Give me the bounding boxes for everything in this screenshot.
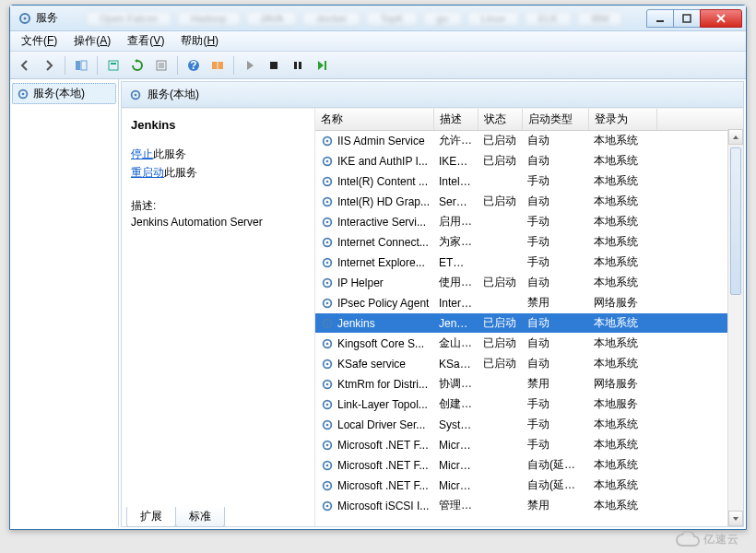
service-row[interactable]: Microsoft .NET F...Micr…自动(延迟…本地系统 — [315, 476, 743, 496]
svg-point-28 — [326, 200, 329, 203]
service-row[interactable]: Microsoft iSCSI I...管理…禁用本地系统 — [315, 496, 743, 516]
show-hide-tree-button[interactable] — [70, 54, 92, 76]
description-text: Jenkins Automation Server — [131, 216, 305, 229]
vertical-scrollbar[interactable] — [727, 129, 743, 526]
service-name-cell: Microsoft .NET F... — [321, 439, 428, 452]
maximize-button[interactable] — [673, 9, 701, 28]
menu-v[interactable]: 查看(V) — [120, 31, 171, 51]
svg-point-58 — [326, 504, 329, 507]
menu-f[interactable]: 文件(F) — [14, 31, 65, 51]
properties-button[interactable] — [102, 54, 124, 76]
service-row[interactable]: Intel(R) HD Grap...Servi…已启动自动本地系统 — [315, 192, 743, 212]
service-row[interactable]: KSafe serviceKSaf…已启动自动本地系统 — [315, 354, 743, 374]
service-row[interactable]: IKE and AuthIP I...IKEE…已启动自动本地系统 — [315, 151, 743, 171]
service-name-cell: IPsec Policy Agent — [321, 297, 428, 310]
column-header[interactable]: 名称 — [315, 109, 433, 131]
svg-point-52 — [326, 443, 329, 446]
service-name-cell: IP Helper — [321, 276, 428, 289]
titlebar[interactable]: 服务 Open FalconHadoopJAVAdockerTopKgoLinu… — [10, 6, 746, 31]
svg-point-42 — [326, 342, 329, 345]
toolbar: ? — [10, 52, 746, 79]
svg-rect-7 — [111, 63, 116, 65]
services-list[interactable]: 名称描述状态启动类型登录为 IIS Admin Service允许…已启动自动本… — [315, 109, 743, 526]
pane-header: 服务(本地) — [122, 82, 743, 108]
stop-service-button[interactable] — [263, 54, 285, 76]
svg-point-48 — [326, 403, 329, 406]
refresh-button[interactable] — [126, 54, 148, 76]
service-name-cell: Internet Connect... — [321, 236, 428, 249]
scroll-up-button[interactable] — [728, 129, 743, 145]
service-row[interactable]: Microsoft .NET F...Micr…自动(延迟…本地系统 — [315, 455, 743, 476]
menu-h[interactable]: 帮助(H) — [173, 31, 226, 51]
service-row[interactable]: Kingsoft Core S...金山…已启动自动本地系统 — [315, 334, 743, 354]
restart-service-link[interactable]: 重启动 — [131, 166, 164, 179]
close-button[interactable] — [700, 9, 742, 28]
svg-rect-4 — [76, 61, 80, 70]
column-header[interactable]: 描述 — [433, 109, 478, 131]
menu-a[interactable]: 操作(A) — [66, 31, 118, 51]
scroll-down-button[interactable] — [728, 511, 743, 526]
service-name-cell: KSafe service — [321, 358, 428, 371]
svg-point-56 — [326, 484, 329, 487]
tab-standard[interactable]: 标准 — [175, 507, 225, 527]
service-row[interactable]: IP Helper使用 …已启动自动本地系统 — [315, 273, 743, 293]
back-button[interactable] — [14, 54, 36, 76]
action-pane-button[interactable] — [207, 54, 229, 76]
service-row[interactable]: Interactive Servi...启用…手动本地系统 — [315, 212, 743, 232]
svg-point-18 — [22, 92, 25, 95]
service-row[interactable]: Local Driver Ser...Syst…手动本地系统 — [315, 415, 743, 435]
toolbar-separator — [177, 56, 178, 75]
service-name-cell: Link-Layer Topol... — [321, 398, 428, 411]
svg-rect-15 — [299, 62, 301, 69]
pause-service-button[interactable] — [287, 54, 309, 76]
selected-service-name: Jenkins — [131, 118, 305, 132]
service-row[interactable]: Intel(R) Content ...Intel…手动本地系统 — [315, 171, 743, 192]
svg-point-38 — [326, 301, 329, 304]
column-header[interactable]: 启动类型 — [522, 109, 588, 131]
console-tree[interactable]: 服务(本地) — [10, 79, 119, 527]
description-label: 描述: — [131, 198, 305, 214]
scroll-thumb[interactable] — [730, 147, 741, 295]
svg-point-40 — [326, 322, 329, 324]
browser-tabs-blurred: Open FalconHadoopJAVAdockerTopKgoLinuxEL… — [86, 11, 647, 26]
service-row[interactable]: Microsoft .NET F...Micr…手动本地系统 — [315, 435, 743, 455]
svg-rect-6 — [109, 61, 118, 70]
column-header[interactable]: 状态 — [478, 109, 522, 131]
service-name-cell: Kingsoft Core S... — [321, 337, 428, 350]
browser-tab: go — [423, 11, 462, 26]
export-list-button[interactable] — [150, 54, 172, 76]
service-row[interactable]: JenkinsJenk…已启动自动本地系统 — [315, 313, 743, 334]
service-row[interactable]: Link-Layer Topol...创建…手动本地服务 — [315, 394, 743, 415]
svg-rect-2 — [656, 20, 664, 22]
cloud-icon — [676, 531, 700, 547]
service-row[interactable]: Internet Connect...为家…手动本地系统 — [315, 232, 743, 253]
toolbar-separator — [97, 56, 98, 75]
result-pane: 服务(本地) Jenkins 停止此服务 重启动此服务 描述: Jenkins … — [121, 81, 744, 527]
svg-rect-13 — [270, 62, 278, 69]
svg-rect-16 — [325, 61, 326, 70]
app-icon — [18, 11, 32, 26]
restart-service-button[interactable] — [311, 54, 333, 76]
help-button[interactable]: ? — [183, 54, 205, 76]
start-service-button[interactable] — [239, 54, 261, 76]
service-name-cell: Interactive Servi... — [321, 216, 428, 229]
service-row[interactable]: IIS Admin Service允许…已启动自动本地系统 — [315, 131, 743, 151]
extended-detail-pane: Jenkins 停止此服务 重启动此服务 描述: Jenkins Automat… — [122, 109, 315, 526]
tab-extended[interactable]: 扩展 — [126, 507, 176, 527]
browser-tab: ELK — [525, 11, 572, 26]
stop-service-link[interactable]: 停止 — [131, 147, 153, 160]
tree-node-label: 服务(本地) — [33, 86, 85, 101]
minimize-button[interactable] — [646, 9, 674, 28]
svg-point-44 — [326, 362, 329, 365]
service-row[interactable]: KtmRm for Distri...协调…禁用网络服务 — [315, 374, 743, 394]
column-header[interactable]: 登录为 — [588, 109, 656, 131]
service-row[interactable]: Internet Explore...ETW…手动本地系统 — [315, 253, 743, 273]
service-row[interactable]: IPsec Policy AgentInter…禁用网络服务 — [315, 293, 743, 313]
service-name-cell: Intel(R) Content ... — [321, 175, 428, 188]
browser-tab: Open Falcon — [86, 11, 171, 26]
tree-node-services-local[interactable]: 服务(本地) — [12, 83, 116, 104]
svg-rect-12 — [219, 62, 224, 69]
service-name-cell: Microsoft .NET F... — [321, 459, 428, 472]
forward-button[interactable] — [38, 54, 60, 76]
service-name-cell: Intel(R) HD Grap... — [321, 195, 428, 208]
